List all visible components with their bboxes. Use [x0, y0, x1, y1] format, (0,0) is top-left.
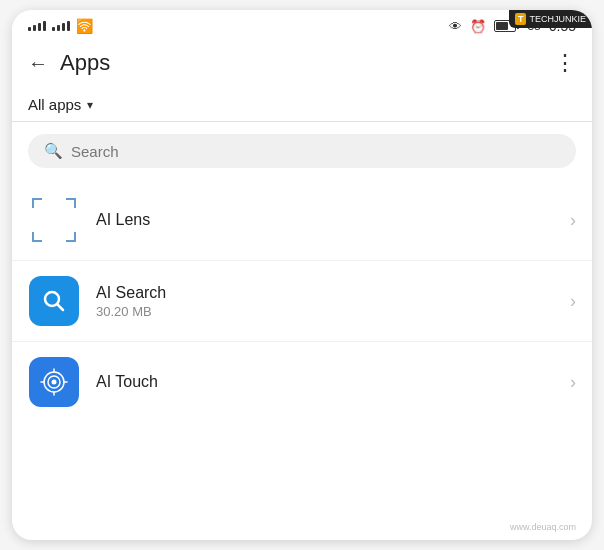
app-item-ai-lens[interactable]: AI Lens ›	[12, 180, 592, 261]
app-icon-ai-search	[28, 275, 80, 327]
touch-app-icon	[29, 357, 79, 407]
app-icon-ai-touch	[28, 356, 80, 408]
app-icon-ai-lens	[28, 194, 80, 246]
app-info-ai-lens: AI Lens	[96, 211, 570, 229]
app-bar: ← Apps ⋮	[12, 40, 592, 86]
bottom-watermark: www.deuaq.com	[510, 522, 576, 532]
more-options-button[interactable]: ⋮	[554, 52, 576, 74]
watermark-badge: T TECHJUNKIE	[509, 10, 592, 28]
lens-icon	[32, 198, 76, 242]
app-name-ai-lens: AI Lens	[96, 211, 570, 229]
chevron-right-icon: ›	[570, 372, 576, 393]
page-title: Apps	[60, 50, 554, 76]
app-item-ai-search[interactable]: AI Search 30.20 MB ›	[12, 261, 592, 342]
filter-label: All apps	[28, 96, 81, 113]
signal-2-icon	[52, 21, 70, 31]
app-item-ai-touch[interactable]: AI Touch ›	[12, 342, 592, 422]
chevron-right-icon: ›	[570, 291, 576, 312]
filter-row[interactable]: All apps ▾	[12, 86, 592, 121]
app-list: AI Lens › AI Search 30.20 MB ›	[12, 180, 592, 422]
app-name-ai-search: AI Search	[96, 284, 570, 302]
app-size-ai-search: 30.20 MB	[96, 304, 570, 319]
signal-1-icon	[28, 21, 46, 31]
chevron-down-icon: ▾	[87, 98, 93, 112]
alarm-icon: ⏰	[470, 19, 486, 34]
app-info-ai-search: AI Search 30.20 MB	[96, 284, 570, 319]
phone-frame: T TECHJUNKIE 🛜 👁 ⏰	[12, 10, 592, 540]
svg-point-4	[52, 380, 57, 385]
app-name-ai-touch: AI Touch	[96, 373, 570, 391]
status-left: 🛜	[28, 18, 93, 34]
tj-logo: T	[515, 13, 527, 25]
search-bar[interactable]: 🔍	[28, 134, 576, 168]
search-container: 🔍	[12, 122, 592, 180]
chevron-right-icon: ›	[570, 210, 576, 231]
back-button[interactable]: ←	[28, 53, 48, 73]
wifi-icon: 🛜	[76, 18, 93, 34]
brand-name: TECHJUNKIE	[529, 14, 586, 24]
svg-line-1	[58, 305, 64, 311]
status-bar: 🛜 👁 ⏰ 38 6:55	[12, 10, 592, 40]
search-icon: 🔍	[44, 142, 63, 160]
search-input[interactable]	[71, 143, 560, 160]
app-info-ai-touch: AI Touch	[96, 373, 570, 391]
eye-icon: 👁	[449, 19, 462, 34]
search-app-icon	[29, 276, 79, 326]
